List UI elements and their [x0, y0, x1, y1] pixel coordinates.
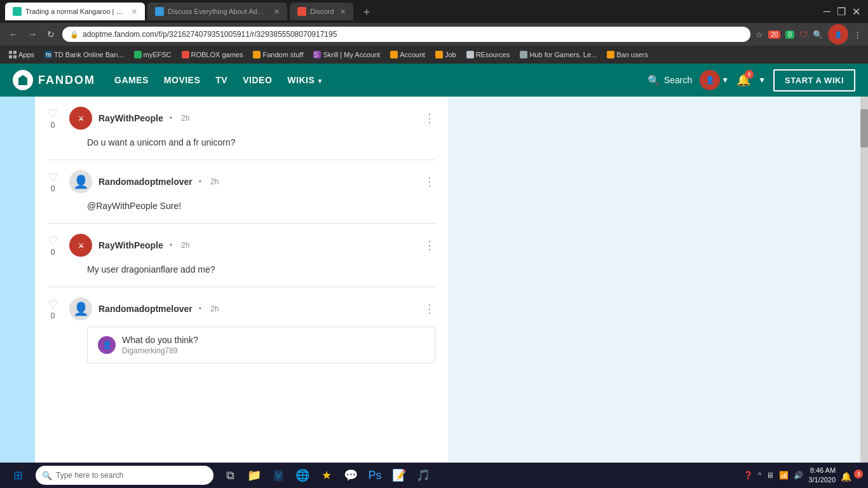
comment-1-username[interactable]: RayWithPeople — [98, 113, 163, 123]
tab-3[interactable]: Discord ✕ — [290, 3, 353, 20]
photoshop-button[interactable]: Ps — [363, 464, 386, 487]
tab-title-1: Trading a normal Kangaroo | Fan... — [25, 8, 125, 15]
start-button[interactable]: ⊞ — [5, 464, 31, 487]
comment-4-more-options[interactable]: ⋮ — [424, 302, 435, 316]
discord-button[interactable]: 💬 — [339, 464, 362, 487]
comment-4-username[interactable]: Randomadoptmelover — [98, 304, 193, 314]
comment-3-more-options[interactable]: ⋮ — [424, 238, 435, 252]
bookmark-myefsc[interactable]: myEFSC — [130, 50, 175, 60]
task-view-icon: ⧉ — [226, 469, 234, 482]
bookmark-account-label: Account — [400, 51, 425, 58]
comment-3-header: ♡ 0 ⚔ RayWithPeople • 2h ⋮ — [48, 234, 435, 257]
bookmark-apps[interactable]: Apps — [5, 50, 38, 60]
action-center-button[interactable]: 🔔 3 — [841, 470, 863, 482]
notifications-dropdown-arrow[interactable]: ▼ — [758, 76, 766, 85]
comment-3-dot: • — [170, 241, 172, 250]
address-bar-icons: ☆ 20 0 🛡 🔍 👤 ⋮ — [756, 24, 862, 44]
minimize-button[interactable]: ─ — [824, 6, 831, 18]
bookmark-ban-users[interactable]: Ban users — [603, 50, 652, 60]
apps-grid-icon — [9, 51, 17, 58]
bookmark-job[interactable]: Job — [431, 50, 460, 60]
nav-video[interactable]: VIDEO — [243, 75, 272, 85]
new-tab-button[interactable]: ＋ — [356, 4, 377, 19]
browser-user-avatar[interactable]: 👤 — [828, 24, 848, 44]
tab-1[interactable]: Trading a normal Kangaroo | Fan... ✕ — [5, 3, 145, 20]
scrollbar[interactable] — [860, 97, 868, 488]
like-button-1[interactable]: ♡ — [48, 107, 58, 121]
sticky-notes-button[interactable]: 📝 — [388, 464, 410, 487]
comment-4: ♡ 0 👤 Randomadoptmelover • 2h ⋮ 👤 What d… — [48, 287, 435, 374]
url-bar[interactable]: 🔒 adoptme.fandom.com/f/p/321627407935100… — [62, 27, 750, 42]
comment-1-avatar: ⚔ — [69, 107, 92, 130]
start-wiki-button[interactable]: START A WIKI — [773, 69, 855, 92]
chevron-up-icon[interactable]: ^ — [758, 471, 762, 480]
extension-icon-1[interactable]: 20 — [768, 30, 780, 39]
bookmarks-button[interactable]: ★ — [315, 464, 338, 487]
like-button-2[interactable]: ♡ — [48, 170, 58, 184]
comment-2-header: ♡ 0 👤 Randomadoptmelover • 2h ⋮ — [48, 170, 435, 193]
bookmark-roblox[interactable]: ROBLOX games — [178, 50, 247, 60]
bookmark-hub[interactable]: Hub for Gamers. Le... — [516, 50, 600, 60]
network-icon[interactable]: 🖥 — [766, 471, 774, 480]
bookmark-job-label: Job — [445, 51, 456, 58]
nav-wikis[interactable]: WIKIS — [287, 75, 323, 85]
file-explorer-button[interactable]: 📁 — [243, 464, 266, 487]
refresh-button[interactable]: ↻ — [44, 28, 57, 41]
user-avatar-icon[interactable]: 👤 — [700, 70, 720, 90]
bookmark-star-icon[interactable]: ☆ — [756, 30, 763, 39]
tab-close-3[interactable]: ✕ — [340, 8, 346, 16]
tab-close-1[interactable]: ✕ — [132, 8, 137, 16]
search-button[interactable]: 🔍 Search — [648, 74, 692, 86]
search-icon: 🔍 — [648, 74, 660, 86]
like-button-4[interactable]: ♡ — [48, 297, 58, 311]
address-bar: ← → ↻ 🔒 adoptme.fandom.com/f/p/321627407… — [0, 23, 868, 46]
taskbar: ⊞ 🔍 Type here to search ⧉ 📁 V 🌐 ★ 💬 Ps 📝 — [0, 463, 868, 488]
comment-1-more-options[interactable]: ⋮ — [424, 111, 435, 125]
bookmark-fandom[interactable]: Fandom stuff — [249, 50, 307, 60]
task-view-button[interactable]: ⧉ — [219, 464, 241, 487]
comment-3-username[interactable]: RayWithPeople — [98, 240, 163, 250]
taskbar-search-icon: 🔍 — [42, 471, 52, 480]
skyrim-emblem-3: ⚔ — [73, 238, 88, 253]
bookmark-skrill[interactable]: S Skrill | My Account — [309, 50, 384, 60]
fandom-logo[interactable]: FANDOM — [13, 70, 95, 90]
comment-4-avatar: 👤 — [69, 297, 92, 320]
extension-icon-2[interactable]: 0 — [785, 30, 794, 39]
chrome-button[interactable]: 🌐 — [291, 464, 314, 487]
nav-tv[interactable]: TV — [215, 75, 227, 85]
comment-1: ♡ 0 ⚔ RayWithPeople • 2h ⋮ Do u want a u… — [48, 97, 435, 160]
like-button-3[interactable]: ♡ — [48, 234, 58, 248]
wifi-icon[interactable]: 📶 — [779, 471, 789, 480]
nav-movies[interactable]: MOVIES — [164, 75, 200, 85]
user-dropdown-arrow[interactable]: ▼ — [721, 76, 729, 85]
back-button[interactable]: ← — [6, 28, 20, 41]
forward-button[interactable]: → — [25, 28, 39, 41]
comment-2-username[interactable]: Randomadoptmelover — [98, 177, 193, 187]
music-button[interactable]: 🎵 — [412, 464, 435, 487]
extension-icon-3[interactable]: 🛡 — [799, 30, 808, 39]
help-tray-icon[interactable]: ❓ — [743, 471, 753, 480]
like-count-2: 0 — [51, 184, 55, 193]
bookmark-account[interactable]: Account — [386, 50, 429, 60]
bookmark-efsc-label: myEFSC — [144, 51, 172, 58]
scrollbar-thumb[interactable] — [860, 109, 868, 147]
taskbar-search-box[interactable]: 🔍 Type here to search — [36, 466, 214, 485]
taskbar-search-placeholder: Type here to search — [56, 471, 123, 480]
tab-2[interactable]: Discuss Everything About Adopt... ✕ — [147, 3, 287, 20]
close-button[interactable]: ✕ — [852, 6, 860, 18]
notifications-button[interactable]: 🔔 6 — [736, 73, 750, 87]
restore-button[interactable]: ❐ — [837, 6, 846, 18]
volume-icon[interactable]: 🔊 — [794, 471, 803, 480]
menu-button[interactable]: ⋮ — [853, 30, 862, 39]
comment-2-dot: • — [199, 177, 201, 186]
system-clock[interactable]: 8:46 AM 3/1/2020 — [808, 466, 836, 485]
bookmark-td-bank[interactable]: TD TD Bank Online Ban... — [41, 50, 127, 60]
tab-close-2[interactable]: ✕ — [274, 8, 280, 16]
bookmark-resources[interactable]: REsources — [463, 50, 514, 60]
veector-icon: V — [274, 470, 283, 481]
url-text: adoptme.fandom.com/f/p/32162740793510059… — [83, 30, 743, 39]
veector-button[interactable]: V — [267, 464, 290, 487]
comment-2-more-options[interactable]: ⋮ — [424, 175, 435, 189]
extension-icon-4[interactable]: 🔍 — [813, 30, 823, 39]
nav-games[interactable]: GAMES — [114, 75, 149, 85]
